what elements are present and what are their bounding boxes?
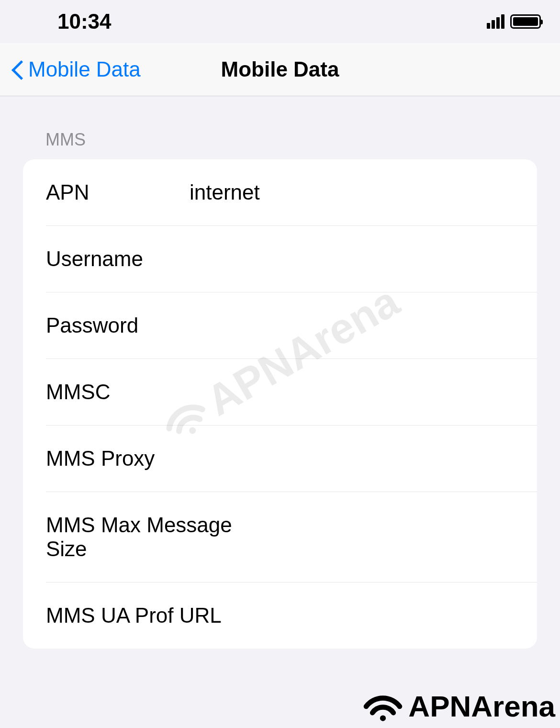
chevron-left-icon bbox=[12, 60, 23, 79]
apn-input[interactable] bbox=[190, 180, 514, 204]
mms-max-size-label: MMS Max Message Size bbox=[46, 513, 251, 561]
apn-row[interactable]: APN bbox=[46, 159, 537, 226]
mms-ua-prof-url-row[interactable]: MMS UA Prof URL bbox=[23, 582, 537, 649]
watermark-bottom-text: APNArena bbox=[408, 689, 555, 723]
status-time: 10:34 bbox=[57, 10, 112, 34]
password-row[interactable]: Password bbox=[46, 292, 537, 359]
battery-icon bbox=[510, 14, 541, 29]
svg-point-1 bbox=[380, 715, 386, 721]
mms-ua-prof-url-label: MMS UA Prof URL bbox=[46, 604, 222, 627]
username-input[interactable] bbox=[190, 247, 514, 271]
mmsc-label: MMSC bbox=[46, 380, 190, 404]
mms-max-size-input[interactable] bbox=[251, 525, 514, 549]
mms-max-size-row[interactable]: MMS Max Message Size bbox=[46, 492, 537, 582]
mmsc-row[interactable]: MMSC bbox=[46, 359, 537, 426]
mms-proxy-input[interactable] bbox=[190, 447, 514, 470]
status-bar: 10:34 bbox=[0, 0, 560, 43]
password-input[interactable] bbox=[190, 314, 514, 337]
mms-ua-prof-url-input[interactable] bbox=[222, 604, 514, 627]
apn-label: APN bbox=[46, 180, 190, 204]
cellular-signal-icon bbox=[487, 14, 504, 29]
back-button[interactable]: Mobile Data bbox=[12, 57, 141, 81]
wifi-icon bbox=[361, 690, 404, 723]
mms-proxy-row[interactable]: MMS Proxy bbox=[46, 426, 537, 492]
section-header-mms: MMS bbox=[0, 96, 560, 159]
page-title: Mobile Data bbox=[221, 57, 339, 81]
username-label: Username bbox=[46, 247, 190, 271]
password-label: Password bbox=[46, 314, 190, 337]
navigation-bar: Mobile Data Mobile Data bbox=[0, 43, 560, 96]
mmsc-input[interactable] bbox=[190, 380, 514, 404]
back-label: Mobile Data bbox=[28, 57, 141, 81]
watermark-bottom: APNArena bbox=[361, 689, 555, 723]
username-row[interactable]: Username bbox=[46, 226, 537, 292]
mms-settings-group: APN Username Password MMSC MMS Proxy MMS… bbox=[23, 159, 537, 649]
mms-proxy-label: MMS Proxy bbox=[46, 447, 190, 470]
status-indicators bbox=[487, 14, 541, 29]
